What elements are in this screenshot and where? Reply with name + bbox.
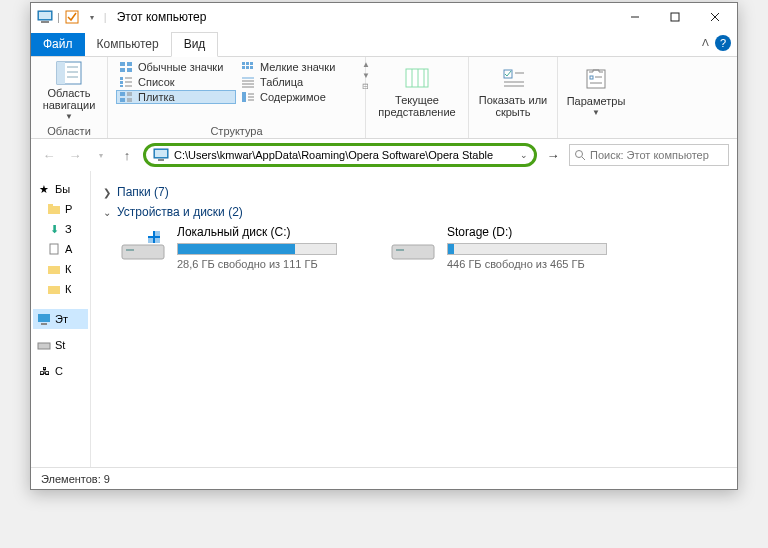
svg-rect-73 xyxy=(148,238,153,243)
ribbon-group-label: Области xyxy=(39,124,99,137)
layout-list[interactable]: Список xyxy=(116,75,236,89)
checkbox-list-icon xyxy=(499,64,527,92)
address-box[interactable]: ⌄ xyxy=(143,143,537,167)
drive-c[interactable]: Локальный диск (C:) 28,6 ГБ свободно из … xyxy=(119,225,349,270)
options-button[interactable]: Параметры ▼ xyxy=(566,60,626,122)
svg-rect-31 xyxy=(250,62,253,65)
maximize-button[interactable] xyxy=(655,3,695,31)
group-label: Папки (7) xyxy=(117,185,169,199)
collapse-ribbon-icon[interactable]: ᐱ xyxy=(702,37,709,48)
checkbox-icon[interactable] xyxy=(64,9,80,25)
content-icon xyxy=(240,91,256,103)
tab-computer[interactable]: Компьютер xyxy=(85,33,171,56)
svg-rect-16 xyxy=(127,68,132,72)
grid-icon xyxy=(118,61,134,73)
help-icon[interactable]: ? xyxy=(715,35,731,51)
chevron-down-icon: ⌄ xyxy=(103,207,111,218)
group-devices[interactable]: ⌄ Устройства и диски (2) xyxy=(103,205,725,219)
address-input[interactable] xyxy=(170,149,516,161)
svg-rect-19 xyxy=(120,85,123,87)
drive-icon xyxy=(389,225,437,261)
svg-point-58 xyxy=(576,151,583,158)
go-button[interactable]: → xyxy=(543,145,563,165)
minimize-button[interactable] xyxy=(615,3,655,31)
svg-rect-32 xyxy=(242,66,245,69)
sidebar-item-this-pc[interactable]: Эт xyxy=(33,309,88,329)
show-hide-button[interactable]: Показать или скрыть xyxy=(477,60,549,122)
tile-icon xyxy=(118,91,134,103)
drive-name: Локальный диск (C:) xyxy=(177,225,349,239)
sidebar-item[interactable]: St xyxy=(33,335,88,355)
pc-icon[interactable] xyxy=(37,9,53,25)
chevron-right-icon: ❯ xyxy=(103,187,111,198)
up-button[interactable]: ↑ xyxy=(117,145,137,165)
group-label: Устройства и диски (2) xyxy=(117,205,243,219)
ribbon-tabs: Файл Компьютер Вид ᐱ ? xyxy=(31,31,737,57)
sidebar-item[interactable]: 🖧C xyxy=(33,361,88,381)
svg-rect-9 xyxy=(57,62,65,84)
svg-rect-71 xyxy=(148,231,153,236)
nav-pane-button[interactable]: Область навигации ▼ xyxy=(39,60,99,122)
nav-pane: ★Бы Р ⬇З А К К Эт St 🖧C xyxy=(31,171,91,467)
svg-rect-23 xyxy=(120,92,125,96)
history-dropdown[interactable]: ▾ xyxy=(91,145,111,165)
ribbon-group-layout: Обычные значки Список Плитка Мелкие знач… xyxy=(108,57,366,138)
svg-rect-66 xyxy=(41,323,47,325)
close-button[interactable] xyxy=(695,3,735,31)
svg-rect-2 xyxy=(41,21,49,23)
small-grid-icon xyxy=(240,61,256,73)
ribbon-group-panes: Область навигации ▼ Области xyxy=(31,57,108,138)
svg-rect-15 xyxy=(120,68,125,72)
svg-rect-63 xyxy=(48,266,60,274)
ribbon-group-current-view: Текущее представление xyxy=(366,57,469,138)
sidebar-item[interactable]: ⬇З xyxy=(43,219,88,239)
ribbon-group-show-hide: Показать или скрыть xyxy=(469,57,558,138)
svg-rect-5 xyxy=(671,13,679,21)
qat-dropdown-icon[interactable]: ▾ xyxy=(84,9,100,25)
svg-rect-3 xyxy=(66,11,78,23)
current-view-button[interactable]: Текущее представление xyxy=(374,60,460,122)
folder-icon xyxy=(47,282,61,296)
qat-sep: | xyxy=(104,11,107,23)
svg-rect-76 xyxy=(396,249,404,251)
file-list[interactable]: ❯ Папки (7) ⌄ Устройства и диски (2) Лок… xyxy=(91,171,737,467)
titlebar: | ▾ | Этот компьютер xyxy=(31,3,737,31)
address-bar: ← → ▾ ↑ ⌄ → Поиск: Этот компьютер xyxy=(31,139,737,171)
sidebar-item[interactable]: К xyxy=(43,259,88,279)
layout-regular-icons[interactable]: Обычные значки xyxy=(116,60,236,74)
forward-button[interactable]: → xyxy=(65,145,85,165)
layout-content[interactable]: Содержимое xyxy=(238,90,358,104)
tab-file[interactable]: Файл xyxy=(31,33,85,56)
sidebar-item[interactable]: А xyxy=(43,239,88,259)
svg-rect-26 xyxy=(120,98,125,102)
search-box[interactable]: Поиск: Этот компьютер xyxy=(569,144,729,166)
svg-rect-61 xyxy=(48,204,53,207)
layout-small-icons[interactable]: Мелкие значки xyxy=(238,60,358,74)
ribbon-group-label: Структура xyxy=(116,124,357,137)
drive-d[interactable]: Storage (D:) 446 ГБ свободно из 465 ГБ xyxy=(389,225,619,270)
sidebar-item[interactable]: Р xyxy=(43,199,88,219)
drive-name: Storage (D:) xyxy=(447,225,619,239)
sidebar-item[interactable]: ★Бы xyxy=(33,179,88,199)
svg-rect-57 xyxy=(158,159,164,161)
layout-tile[interactable]: Плитка xyxy=(116,90,236,104)
tab-view[interactable]: Вид xyxy=(171,32,219,57)
chevron-down-icon: ▼ xyxy=(65,113,73,122)
group-folders[interactable]: ❯ Папки (7) xyxy=(103,185,725,199)
sidebar-item[interactable]: К xyxy=(43,279,88,299)
table-icon xyxy=(240,76,256,88)
search-placeholder: Поиск: Этот компьютер xyxy=(590,149,709,161)
svg-rect-18 xyxy=(120,81,123,84)
list-icon xyxy=(118,76,134,88)
layout-table[interactable]: Таблица xyxy=(238,75,358,89)
svg-rect-13 xyxy=(120,62,125,66)
window-title: Этот компьютер xyxy=(117,10,207,24)
ribbon-group-options: Параметры ▼ xyxy=(558,57,634,138)
nav-pane-label: Область навигации xyxy=(39,87,99,111)
svg-line-59 xyxy=(582,157,585,160)
svg-rect-43 xyxy=(406,69,428,87)
svg-rect-56 xyxy=(155,150,167,157)
svg-rect-62 xyxy=(50,244,58,254)
back-button[interactable]: ← xyxy=(39,145,59,165)
address-dropdown-icon[interactable]: ⌄ xyxy=(516,150,532,160)
